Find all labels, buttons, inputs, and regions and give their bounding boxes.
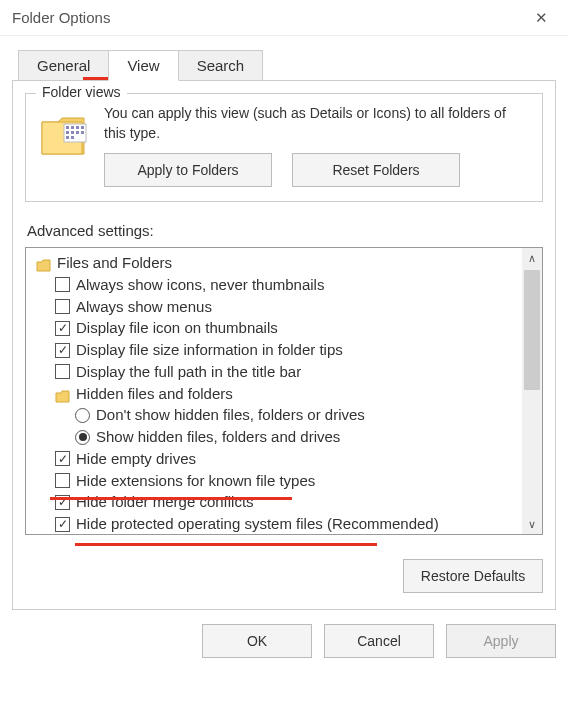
reset-folders-button[interactable]: Reset Folders bbox=[292, 153, 460, 187]
option-label: Display file size information in folder … bbox=[76, 339, 343, 361]
option-label: Hide protected operating system files (R… bbox=[76, 513, 439, 534]
option-always-show-menus[interactable]: Always show menus bbox=[30, 296, 522, 318]
option-label: Hide empty drives bbox=[76, 448, 196, 470]
svg-rect-10 bbox=[71, 136, 74, 139]
close-icon[interactable]: ✕ bbox=[527, 5, 556, 31]
radio-icon[interactable] bbox=[75, 430, 90, 445]
option-label: Hide extensions for known file types bbox=[76, 470, 315, 492]
option-label: Always show menus bbox=[76, 296, 212, 318]
checkbox-icon[interactable] bbox=[55, 277, 70, 292]
svg-rect-5 bbox=[66, 131, 69, 134]
option-label: Display file icon on thumbnails bbox=[76, 317, 278, 339]
apply-to-folders-button[interactable]: Apply to Folders bbox=[104, 153, 272, 187]
tree-header: Files and Folders bbox=[30, 252, 522, 274]
scroll-down-icon[interactable]: ∨ bbox=[522, 514, 542, 534]
option-label: Always show icons, never thumbnails bbox=[76, 274, 324, 296]
option-always-show-icons[interactable]: Always show icons, never thumbnails bbox=[30, 274, 522, 296]
checkbox-icon[interactable] bbox=[55, 364, 70, 379]
svg-rect-8 bbox=[81, 131, 84, 134]
checkbox-icon[interactable] bbox=[55, 517, 70, 532]
option-display-full-path[interactable]: Display the full path in the title bar bbox=[30, 361, 522, 383]
ok-button[interactable]: OK bbox=[202, 624, 312, 658]
tab-general[interactable]: General bbox=[18, 50, 109, 81]
option-label: Hide folder merge conflicts bbox=[76, 491, 254, 513]
checkbox-icon[interactable] bbox=[55, 343, 70, 358]
option-show-hidden[interactable]: Show hidden files, folders and drives bbox=[30, 426, 522, 448]
svg-rect-6 bbox=[71, 131, 74, 134]
svg-rect-2 bbox=[71, 126, 74, 129]
annotation-underline bbox=[75, 543, 377, 546]
window-title: Folder Options bbox=[12, 9, 110, 26]
checkbox-icon[interactable] bbox=[55, 321, 70, 336]
option-label: Display the full path in the title bar bbox=[76, 361, 301, 383]
option-hide-empty-drives[interactable]: Hide empty drives bbox=[30, 448, 522, 470]
option-hide-merge-conflicts[interactable]: Hide folder merge conflicts bbox=[30, 491, 522, 513]
svg-rect-4 bbox=[81, 126, 84, 129]
apply-button[interactable]: Apply bbox=[446, 624, 556, 658]
option-hidden-files-group: Hidden files and folders bbox=[30, 383, 522, 405]
folder-views-group: Folder views You can apply this view (su… bbox=[25, 93, 543, 202]
titlebar: Folder Options ✕ bbox=[0, 0, 568, 36]
tree-header-label: Files and Folders bbox=[57, 252, 172, 274]
svg-rect-1 bbox=[66, 126, 69, 129]
folder-views-text: You can apply this view (such as Details… bbox=[104, 104, 530, 143]
restore-defaults-button[interactable]: Restore Defaults bbox=[403, 559, 543, 593]
tab-view[interactable]: View bbox=[108, 50, 178, 81]
folder-icon bbox=[55, 387, 70, 401]
scrollbar[interactable]: ∧ ∨ bbox=[522, 248, 542, 534]
scroll-thumb[interactable] bbox=[524, 270, 540, 390]
svg-rect-9 bbox=[66, 136, 69, 139]
option-hide-extensions[interactable]: Hide extensions for known file types bbox=[30, 470, 522, 492]
tab-content: Folder views You can apply this view (su… bbox=[12, 80, 556, 610]
checkbox-icon[interactable] bbox=[55, 299, 70, 314]
advanced-settings-tree[interactable]: Files and Folders Always show icons, nev… bbox=[25, 247, 543, 535]
tab-strip: General View Search bbox=[18, 50, 568, 81]
radio-icon[interactable] bbox=[75, 408, 90, 423]
checkbox-icon[interactable] bbox=[55, 451, 70, 466]
option-label: Show hidden files, folders and drives bbox=[96, 426, 340, 448]
option-display-file-size[interactable]: Display file size information in folder … bbox=[30, 339, 522, 361]
advanced-settings-label: Advanced settings: bbox=[27, 222, 543, 239]
folder-views-icon bbox=[38, 108, 92, 162]
option-dont-show-hidden[interactable]: Don't show hidden files, folders or driv… bbox=[30, 404, 522, 426]
dialog-footer: OK Cancel Apply bbox=[0, 610, 568, 658]
option-label: Hidden files and folders bbox=[76, 383, 233, 405]
option-label: Don't show hidden files, folders or driv… bbox=[96, 404, 365, 426]
folder-icon bbox=[36, 256, 51, 270]
tab-search[interactable]: Search bbox=[178, 50, 264, 81]
option-hide-protected-os-files[interactable]: Hide protected operating system files (R… bbox=[30, 513, 522, 534]
svg-rect-3 bbox=[76, 126, 79, 129]
checkbox-icon[interactable] bbox=[55, 495, 70, 510]
option-display-file-icon[interactable]: Display file icon on thumbnails bbox=[30, 317, 522, 339]
cancel-button[interactable]: Cancel bbox=[324, 624, 434, 658]
svg-rect-7 bbox=[76, 131, 79, 134]
scroll-up-icon[interactable]: ∧ bbox=[522, 248, 542, 268]
folder-views-legend: Folder views bbox=[36, 84, 127, 100]
checkbox-icon[interactable] bbox=[55, 473, 70, 488]
